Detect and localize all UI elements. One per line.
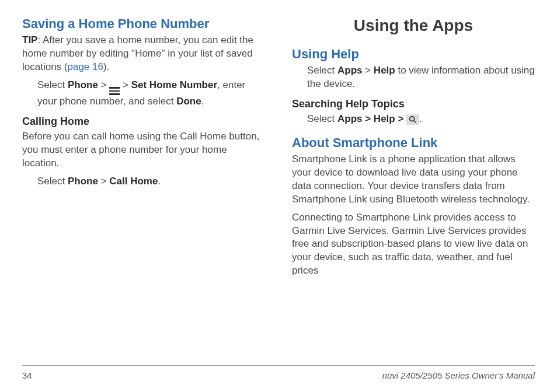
heading-searching-help-topics: Searching Help Topics bbox=[292, 98, 535, 110]
apps-label: Apps bbox=[337, 65, 363, 76]
heading-about-smartphone-link: About Smartphone Link bbox=[292, 135, 535, 150]
text: Select bbox=[37, 176, 68, 187]
set-home-instruction: Select Phone > > Set Home Number, enter … bbox=[22, 79, 265, 108]
manual-title: nüvi 2405/2505 Series Owner's Manual bbox=[382, 370, 535, 380]
smartphone-link-p1: Smartphone Link is a phone application t… bbox=[292, 153, 535, 206]
search-help-instruction: Select Apps > Help > . bbox=[292, 113, 535, 126]
heading-saving-home-number: Saving a Home Phone Number bbox=[22, 16, 265, 32]
tip-label: TIP bbox=[22, 34, 37, 46]
call-home-instruction: Select Phone > Call Home. bbox=[22, 175, 265, 188]
text: Select bbox=[307, 65, 337, 76]
text: Select bbox=[307, 113, 337, 124]
phone-label: Phone bbox=[68, 176, 98, 187]
page-footer: 34 nüvi 2405/2505 Series Owner's Manual bbox=[22, 365, 535, 380]
done-label: Done bbox=[176, 96, 201, 107]
menu-icon bbox=[109, 87, 120, 95]
text: . bbox=[419, 113, 422, 124]
page-number: 34 bbox=[22, 370, 32, 380]
heading-calling-home: Calling Home bbox=[22, 116, 265, 128]
left-column: Saving a Home Phone Number TIP: After yo… bbox=[22, 16, 265, 358]
text: Select bbox=[37, 79, 68, 90]
heading-using-help: Using Help bbox=[292, 47, 535, 62]
page-content: Saving a Home Phone Number TIP: After yo… bbox=[22, 16, 535, 358]
text: . bbox=[201, 96, 204, 107]
search-path: Apps > Help > bbox=[337, 113, 406, 124]
text: > bbox=[98, 79, 109, 90]
text: > bbox=[120, 79, 131, 90]
page-16-link[interactable]: page 16 bbox=[67, 61, 103, 72]
tip-body-1: : After you save a home number, you can … bbox=[22, 34, 253, 72]
calling-home-body: Before you can call home using the Call … bbox=[22, 130, 265, 170]
text: . bbox=[158, 176, 161, 187]
call-home-label: Call Home bbox=[109, 176, 158, 187]
set-home-number-label: Set Home Number bbox=[131, 79, 217, 90]
text: > bbox=[362, 65, 373, 76]
text: > bbox=[98, 176, 109, 187]
search-icon bbox=[406, 114, 419, 125]
tip-paragraph: TIP: After you save a home number, you c… bbox=[22, 34, 265, 74]
using-help-instruction: Select Apps > Help to view information a… bbox=[292, 64, 535, 91]
svg-line-1 bbox=[414, 121, 416, 123]
phone-label: Phone bbox=[68, 79, 98, 90]
right-column: Using the Apps Using Help Select Apps > … bbox=[292, 16, 535, 358]
svg-point-0 bbox=[410, 117, 415, 121]
help-label: Help bbox=[374, 65, 395, 76]
heading-using-the-apps: Using the Apps bbox=[292, 16, 535, 35]
smartphone-link-p2: Connecting to Smartphone Link provides a… bbox=[292, 211, 535, 278]
tip-body-2: ). bbox=[103, 61, 109, 72]
